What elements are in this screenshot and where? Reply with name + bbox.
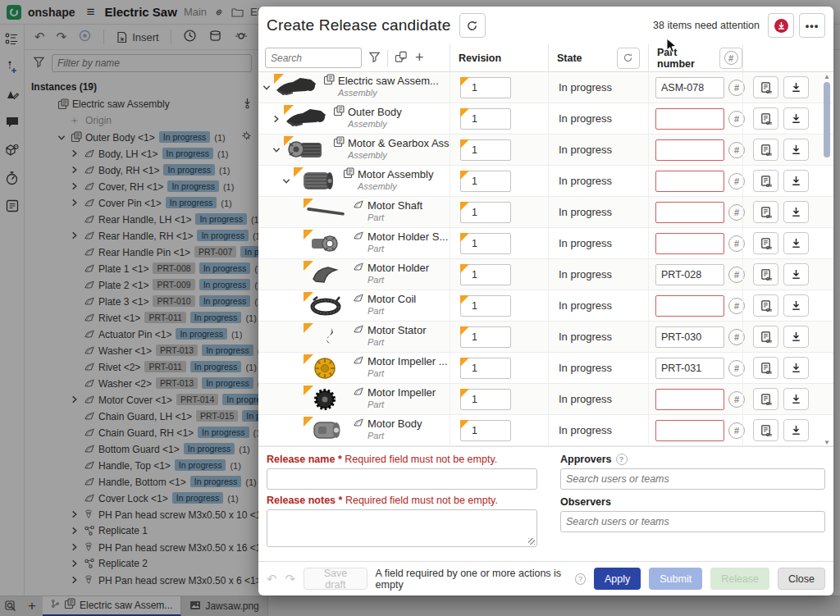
generate-all-numbers-button[interactable]: # [719,48,742,69]
release-table-row[interactable]: Motor AssemblyAssemblyIn progress#On [258,166,833,197]
release-notes-button[interactable]: On [753,326,778,348]
svg-text:On: On [766,400,772,405]
part-number-input[interactable] [655,139,724,161]
name-cell: Motor BodyPart [258,415,450,445]
row-actions: On [753,388,809,410]
flatten-list-icon[interactable] [395,51,409,66]
release-notes-button[interactable]: On [753,201,778,223]
refresh-states-button[interactable] [617,48,640,69]
row-name: Electric saw Assem...✕ [323,74,450,88]
release-notes-button[interactable]: On [753,419,778,441]
observers-input[interactable] [560,511,825,532]
part-number-input[interactable] [655,202,724,223]
revision-input-wrap [460,202,511,223]
part-number-cell: # [648,259,742,290]
release-table-row[interactable]: Motor BodyPartIn progress#On [258,415,833,446]
release-table-row[interactable]: Motor Impeller ...PartIn progress#On [258,353,833,384]
table-scrollbar[interactable]: ▲ ▼ [822,72,832,447]
release-notes-button[interactable]: On [753,357,778,379]
release-table-row[interactable]: Motor ImpellerPartIn progress#On [258,384,833,415]
dialog-filter-icon[interactable] [368,51,381,66]
name-cell: Motor AssemblyAssembly [258,166,450,196]
download-button[interactable] [783,357,809,379]
download-button[interactable] [783,170,809,192]
save-draft-button[interactable]: Save draft [304,568,367,590]
add-item-icon[interactable]: + [415,49,424,66]
warning-help-icon[interactable]: ? [575,573,586,585]
release-name-input[interactable] [267,468,537,490]
scroll-down-arrow[interactable]: ▼ [822,439,832,446]
download-button[interactable] [783,294,809,317]
part-number-input[interactable] [655,389,724,410]
part-number-input[interactable] [655,171,724,192]
footer-redo-icon[interactable]: ↷ [285,572,296,586]
release-notes-button[interactable]: On [753,170,778,192]
release-table-row[interactable]: Motor StatorPartIn progress#On [258,322,833,353]
chevron-down-icon[interactable] [282,177,290,185]
part-number-input[interactable] [655,264,724,285]
actions-cell: On [742,384,833,414]
apply-button[interactable]: Apply [594,568,641,590]
release-table-row[interactable]: Electric saw Assem...✕AssemblyIn progres… [258,72,833,103]
release-notes-button[interactable]: On [753,76,778,98]
column-header-part-number: Part number # [648,44,742,71]
download-button[interactable] [783,201,809,223]
download-button[interactable] [783,263,809,285]
approvers-input[interactable] [560,468,825,490]
release-table-row[interactable]: Motor & Gearbox Ass...AssemblyIn progres… [258,135,833,166]
part-number-input[interactable] [655,326,724,348]
revision-input-wrap [460,420,511,441]
release-notes-textarea[interactable] [267,509,537,547]
download-button[interactable] [783,76,809,98]
part-number-input[interactable] [655,233,724,254]
approvers-help-icon[interactable]: ? [616,454,628,465]
row-name-block: Motor StatorPart [353,323,427,347]
release-table-row[interactable]: Motor ShaftPartIn progress#On [258,197,833,228]
release-notes-button[interactable]: On [753,107,778,130]
release-notes-button[interactable]: On [753,139,778,161]
download-button[interactable] [783,139,809,161]
download-button[interactable] [783,232,809,254]
chevron-down-icon[interactable] [262,84,271,91]
part-number-input[interactable] [655,77,724,98]
release-notes-button[interactable]: On [753,294,778,317]
svg-text:On: On [766,89,772,94]
name-cell: Motor ShaftPart [258,197,450,227]
chevron-right-icon[interactable] [272,115,281,123]
close-button[interactable]: Close [778,568,825,590]
chevron-down-icon[interactable] [272,146,281,153]
row-thumbnail [274,74,318,101]
release-table-row[interactable]: Motor CoilPartIn progress#On [258,290,833,322]
release-table-row[interactable]: Motor Holder S...PartIn progress#On [258,228,833,259]
release-table-row[interactable]: Motor HolderPartIn progress#On [258,259,833,290]
column-header-revision: Revision [450,44,548,71]
release-notes-button[interactable]: On [753,388,778,410]
part-number-input[interactable] [655,358,724,379]
name-cell: Motor & Gearbox Ass...Assembly [258,135,450,165]
download-button[interactable] [783,388,809,410]
download-button[interactable] [783,326,809,348]
download-button[interactable] [783,107,809,130]
scrollbar-thumb[interactable] [824,82,830,157]
release-button[interactable]: Release [710,568,769,590]
refresh-dialog-button[interactable] [459,13,486,38]
download-button[interactable] [783,419,809,441]
row-actions: On [753,139,809,161]
submit-button[interactable]: Submit [649,568,702,590]
release-table-row[interactable]: Outer BodyAssemblyIn progress#On [258,103,833,135]
part-number-input[interactable] [655,420,724,441]
part-number-input[interactable] [655,295,724,317]
dialog-search-input[interactable] [265,48,362,68]
release-notes-button[interactable]: On [753,263,778,285]
attention-scroll-button[interactable] [768,13,794,38]
row-name: Motor Impeller ... [353,354,448,368]
more-options-button[interactable]: ••• [799,13,825,38]
scroll-up-arrow[interactable]: ▲ [822,73,832,80]
state-text: In progress [549,81,612,94]
svg-text:On: On [766,120,772,125]
state-text: In progress [549,268,612,281]
footer-undo-icon[interactable]: ↶ [267,572,277,586]
release-notes-button[interactable]: On [753,232,778,254]
resize-grip[interactable] [528,538,535,545]
part-number-input[interactable] [655,108,724,130]
